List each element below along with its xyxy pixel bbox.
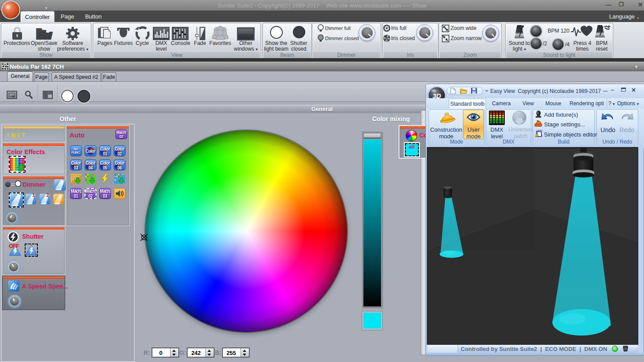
svg-text:DMX: DMX <box>513 112 525 118</box>
